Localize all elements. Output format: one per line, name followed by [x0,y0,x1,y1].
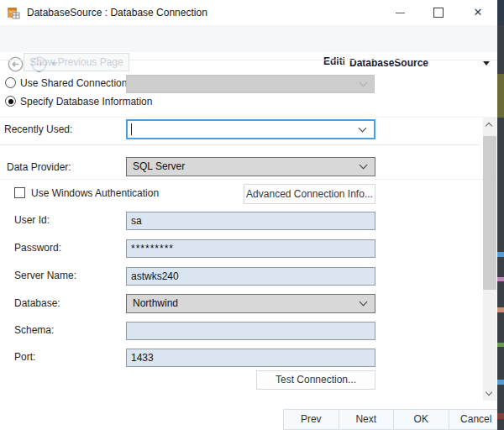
shared-connection-dropdown [126,75,375,93]
schema-input[interactable] [126,322,375,340]
schema-label: Schema: [14,323,54,337]
password-input[interactable] [126,239,375,258]
chevron-down-icon [486,389,492,396]
specify-database-radio[interactable] [5,96,16,107]
prev-button[interactable]: Prev [283,409,339,430]
database-connection-dialog: DatabaseSource : Database Connection ✕ E… [0,0,504,430]
close-button[interactable]: ✕ [464,0,492,25]
background-window-edge [497,0,504,430]
recently-used-combobox[interactable] [126,119,375,139]
chevron-down-icon [360,161,368,170]
next-button[interactable]: Next [339,409,394,430]
specify-database-label: Specify Database Information [20,95,152,108]
background-window-fragment [497,413,504,419]
text-cursor [131,123,132,135]
chevron-down-icon [360,298,368,307]
back-button[interactable] [8,56,24,72]
database-label: Database: [14,296,60,310]
background-window-fragment [497,277,504,281]
test-connection-button[interactable]: Test Connection... [256,370,375,390]
cancel-button[interactable]: Cancel [449,409,504,430]
footer-button-bar: Prev Next OK Cancel [283,409,504,430]
password-label: Password: [14,241,61,254]
chevron-down-icon [483,61,490,66]
database-dropdown[interactable]: Northwind [126,294,375,313]
chevron-down-icon [360,79,368,87]
minimize-button[interactable] [386,0,414,25]
separator [0,117,497,118]
advanced-connection-info-button[interactable]: Advanced Connection Info... [244,184,375,204]
scrollbar-thumb[interactable] [483,136,496,290]
separator [0,144,479,145]
window-title: DatabaseSource : Database Connection [27,0,207,25]
scrollbar-up-button[interactable] [483,118,496,132]
port-label: Port: [14,350,35,364]
windows-auth-checkbox[interactable] [14,187,25,198]
vertical-scrollbar[interactable] [483,118,496,401]
database-icon [7,6,20,19]
use-shared-connection-radio[interactable] [5,77,16,88]
data-provider-dropdown[interactable]: SQL Server [126,157,375,176]
database-value: Northwind [133,295,178,312]
user-id-label: User Id: [14,213,50,227]
background-window-fragment [497,343,504,347]
background-window-fragment [497,74,504,118]
data-provider-label: Data Provider: [7,160,71,174]
windows-auth-label: Use Windows Authentication [31,186,159,200]
close-icon: ✕ [464,0,492,25]
editing-dropdown[interactable]: DatabaseSource [344,53,497,74]
chevron-down-icon [359,124,367,133]
left-arrow-icon [8,56,24,72]
background-window-fragment [497,380,504,385]
recently-used-label: Recently Used: [4,123,72,136]
background-window-fragment [497,252,504,257]
navigation-toolbar: Editing: DatabaseSource [0,25,497,52]
maximize-icon [433,8,444,18]
user-id-input[interactable] [126,212,375,230]
data-provider-value: SQL Server [133,158,185,176]
chevron-up-icon [486,123,492,129]
server-name-label: Server Name: [14,269,76,282]
background-window-fragment [497,307,504,312]
use-shared-connection-label: Use Shared Connection [20,76,127,90]
title-bar: DatabaseSource : Database Connection ✕ [0,0,497,25]
port-input[interactable] [126,349,375,367]
ok-button[interactable]: OK [393,409,449,430]
radio-selected-dot [8,99,13,104]
scrollbar-down-button[interactable] [483,386,496,401]
background-window-fragment [497,0,504,25]
minimize-icon [396,13,405,13]
maximize-button[interactable] [424,0,453,25]
server-name-input[interactable] [126,267,375,286]
separator [0,179,497,180]
show-previous-page-tooltip: Show Previous Page [24,53,129,71]
editing-dropdown-value: DatabaseSource [349,53,428,74]
